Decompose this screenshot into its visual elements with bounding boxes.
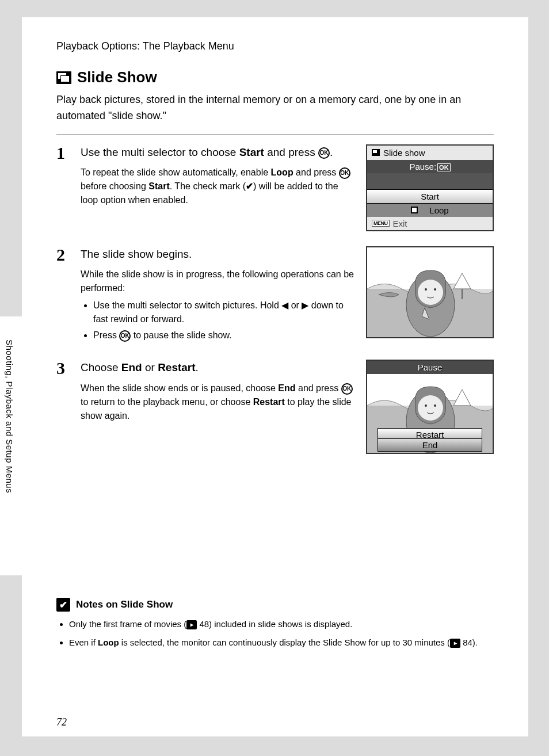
step-2: 2 The slide show begins. While the slide… [56, 246, 494, 345]
page-number: 72 [56, 716, 67, 728]
svg-point-5 [418, 280, 443, 305]
step-number: 2 [56, 246, 71, 345]
screen-title-row: Slide show [367, 146, 493, 160]
svg-point-6 [425, 288, 427, 291]
notes-list: Only the first frame of movies (▸ 48) in… [56, 617, 494, 650]
step1-body: To repeat the slide show automatically, … [81, 166, 354, 207]
screen-end-row: End [378, 438, 482, 452]
page-ref-icon: ▸ [186, 620, 197, 629]
screen-exit-row: MENU Exit [367, 217, 493, 230]
camera-screen-photo [366, 246, 494, 338]
step2-list: Use the multi selector to switch picture… [81, 299, 354, 342]
side-tab-label: Shooting, Playback and Setup Menus [5, 339, 14, 493]
step-3: 3 Choose End or Restart. When the slide … [56, 360, 494, 454]
page-ref-icon: ▸ [450, 639, 460, 648]
manual-page: Playback Options: The Playback Menu Slid… [22, 17, 528, 736]
step3-title: Choose End or Restart. [81, 360, 354, 376]
screen-pause-row: Pause:OK [367, 160, 493, 173]
ok-icon: OK [437, 163, 451, 171]
step-number: 3 [56, 360, 71, 454]
list-item: Even if Loop is selected, the monitor ca… [69, 636, 494, 650]
list-item: Press OK to pause the slide show. [93, 329, 354, 342]
svg-point-12 [425, 404, 427, 407]
slideshow-icon [56, 71, 71, 84]
step-1: 1 Use the multi selector to choose Start… [56, 144, 494, 231]
side-tab: Shooting, Playback and Setup Menus [0, 316, 22, 575]
screen-start-row: Start [367, 189, 493, 204]
step2-title: The slide show begins. [81, 246, 354, 262]
left-arrow-icon [281, 300, 288, 310]
slideshow-icon [372, 149, 380, 156]
ok-icon: OK [318, 147, 330, 159]
screen-loop-row: Loop [367, 204, 493, 217]
step-number: 1 [56, 144, 71, 231]
checkbox-icon [411, 207, 418, 213]
ok-icon: OK [119, 330, 131, 342]
svg-point-13 [434, 404, 436, 407]
ok-icon: OK [341, 383, 353, 395]
svg-point-11 [418, 395, 443, 421]
list-item: Only the first frame of movies (▸ 48) in… [69, 617, 494, 631]
chapter-header: Playback Options: The Playback Menu [56, 40, 494, 52]
step3-body: When the slide show ends or is paused, c… [81, 381, 354, 423]
step1-title: Use the multi selector to choose Start a… [81, 144, 354, 161]
list-item: Use the multi selector to switch picture… [93, 299, 354, 326]
section-heading: Slide Show [56, 68, 494, 86]
intro-text: Play back pictures, stored in the intern… [56, 92, 494, 124]
screen-pause-label: Pause [367, 361, 493, 374]
camera-screen-pause: Pause Restart End [366, 360, 494, 454]
landscape-illustration-icon [367, 247, 494, 338]
svg-point-7 [434, 288, 436, 291]
menu-icon: MENU [372, 220, 390, 227]
check-icon [246, 181, 253, 191]
section-title: Slide Show [77, 68, 157, 86]
right-arrow-icon [302, 300, 308, 310]
notes-section: ✔ Notes on Slide Show Only the first fra… [56, 598, 494, 650]
separator [56, 135, 494, 135]
notes-heading: ✔ Notes on Slide Show [56, 598, 494, 612]
note-v-icon: ✔ [56, 598, 70, 612]
step2-intro: While the slide show is in progress, the… [81, 268, 354, 295]
ok-icon: OK [339, 167, 350, 179]
camera-screen-menu: Slide show Pause:OK Start Loop MENU Exit [366, 144, 494, 231]
